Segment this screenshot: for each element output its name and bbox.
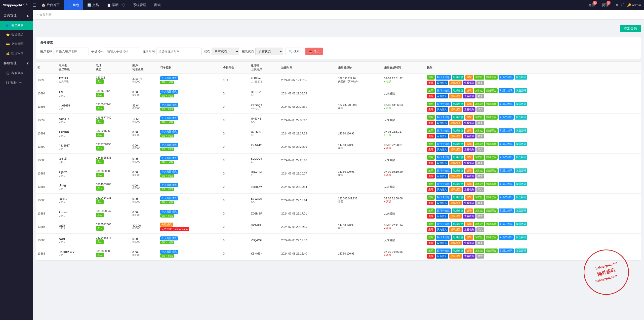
action-编辑[interactable]: 编辑: [465, 128, 473, 133]
nav-item-help[interactable]: 📋 帮助中心: [103, 0, 129, 10]
export-button[interactable]: 📤 导出: [305, 48, 323, 55]
action-发送密码[interactable]: 发送密码: [515, 168, 527, 173]
action-编辑[interactable]: 编辑: [465, 115, 473, 120]
action-发送密码[interactable]: 发送密码: [515, 88, 527, 93]
action-发送密码[interactable]: 发送密码: [515, 155, 527, 160]
action-设为假人[interactable]: 设为假人: [436, 161, 448, 165]
nav-item-shop[interactable]: 商城: [151, 0, 164, 10]
action-发送密码[interactable]: 发送密码: [515, 208, 527, 213]
nav-item-system[interactable]: 系统管理: [130, 0, 150, 10]
action-禁用[interactable]: 禁用: [427, 235, 435, 240]
sidebar-group-service-title[interactable]: 客服管理 ▼: [0, 58, 33, 68]
action-地域信息[interactable]: 地域信息: [452, 142, 464, 146]
action-查看积分[interactable]: 查看积分: [463, 94, 475, 98]
action-禁用[interactable]: 禁用: [427, 142, 435, 146]
action-繁支[interactable]: 繁支: [476, 161, 484, 165]
action-刷新二维码[interactable]: 刷新二维码: [499, 168, 514, 173]
action-加扣款[interactable]: 加扣款: [474, 155, 484, 160]
action-提现设置[interactable]: 提现设置: [449, 147, 462, 152]
action-银行卡信息[interactable]: 银行卡信息: [436, 208, 451, 213]
action-删除[interactable]: 删除: [427, 214, 435, 219]
action-加扣款[interactable]: 加扣款: [474, 248, 484, 253]
action-繁支[interactable]: 繁支: [476, 174, 484, 179]
action-编辑[interactable]: 编辑: [465, 195, 473, 200]
action-发送密码[interactable]: 发送密码: [515, 128, 527, 133]
username-input[interactable]: [54, 48, 89, 55]
action-繁支[interactable]: 繁支: [476, 227, 484, 232]
charge-btn[interactable]: 充值 6: [588, 3, 595, 7]
action-编辑[interactable]: 编辑: [465, 208, 473, 213]
action-提现设置[interactable]: 提现设置: [449, 174, 462, 179]
action-编辑[interactable]: 编辑: [465, 222, 473, 226]
action-设为假人[interactable]: 设为假人: [436, 107, 448, 112]
hamburger-icon[interactable]: ☰: [32, 3, 36, 8]
action-加扣款[interactable]: 加扣款: [474, 75, 484, 80]
sidebar-item-service-code[interactable]: { } 客服代码: [0, 78, 33, 87]
action-编辑[interactable]: 编辑: [465, 248, 473, 253]
action-提现设置[interactable]: 提现设置: [449, 241, 462, 245]
action-银行卡信息[interactable]: 银行卡信息: [436, 142, 451, 146]
action-编辑[interactable]: 编辑: [465, 168, 473, 173]
action-刷新二维码[interactable]: 刷新二维码: [499, 222, 514, 226]
action-删除[interactable]: 删除: [427, 187, 435, 192]
action-地域信息[interactable]: 地域信息: [452, 195, 464, 200]
action-繁支[interactable]: 繁支: [476, 107, 484, 112]
action-银行卡信息[interactable]: 银行卡信息: [436, 182, 451, 186]
sidebar-item-service-list[interactable]: 🎧 客服列表: [0, 68, 33, 78]
action-刷新二维码[interactable]: 刷新二维码: [499, 208, 514, 213]
action-设为假人[interactable]: 设为假人: [436, 121, 448, 125]
action-发送密码[interactable]: 发送密码: [515, 75, 527, 80]
action-刷新二维码[interactable]: 刷新二维码: [499, 195, 514, 200]
action-查看积分[interactable]: 查看积分: [463, 161, 475, 165]
action-提现设置[interactable]: 提现设置: [449, 134, 462, 138]
action-加扣款[interactable]: 加扣款: [474, 102, 484, 106]
action-加扣款[interactable]: 加扣款: [474, 168, 484, 173]
action-刷新二维码[interactable]: 刷新二维码: [499, 235, 514, 240]
action-删除[interactable]: 删除: [427, 147, 435, 152]
action-繁支[interactable]: 繁支: [476, 81, 484, 85]
action-加扣款[interactable]: 加扣款: [474, 222, 484, 226]
action-设为假人[interactable]: 设为假人: [436, 227, 448, 232]
action-赠送彩金[interactable]: 赠送彩金: [485, 235, 498, 240]
action-地域信息[interactable]: 地域信息: [452, 222, 464, 226]
action-提现设置[interactable]: 提现设置: [449, 201, 462, 205]
action-发送密码[interactable]: 发送密码: [515, 182, 527, 186]
action-繁支[interactable]: 繁支: [476, 201, 484, 205]
action-银行卡信息[interactable]: 银行卡信息: [436, 75, 451, 80]
withdraw-btn[interactable]: 提现 2: [602, 3, 609, 7]
action-提现设置[interactable]: 提现设置: [449, 187, 462, 192]
action-加扣款[interactable]: 加扣款: [474, 208, 484, 213]
action-繁支[interactable]: 繁支: [476, 214, 484, 219]
action-赠送彩金[interactable]: 赠送彩金: [485, 75, 498, 80]
action-赠送彩金[interactable]: 赠送彩金: [485, 168, 498, 173]
action-银行卡信息[interactable]: 银行卡信息: [436, 195, 451, 200]
action-编辑[interactable]: 编辑: [465, 75, 473, 80]
refresh-icon[interactable]: ↻: [616, 3, 618, 7]
action-地域信息[interactable]: 地域信息: [452, 182, 464, 186]
action-赠送彩金[interactable]: 赠送彩金: [485, 142, 498, 146]
action-繁支[interactable]: 繁支: [476, 121, 484, 125]
nav-item-role[interactable]: 👤 角色: [64, 0, 83, 10]
action-设为假人[interactable]: 设为假人: [436, 81, 448, 85]
fullscreen-icon[interactable]: ⛶: [621, 3, 624, 7]
action-删除[interactable]: 删除: [427, 107, 435, 112]
action-银行卡信息[interactable]: 银行卡信息: [436, 88, 451, 93]
action-刷新二维码[interactable]: 刷新二维码: [499, 182, 514, 186]
action-查看积分[interactable]: 查看积分: [463, 254, 475, 259]
action-查看积分[interactable]: 查看积分: [463, 241, 475, 245]
action-编辑[interactable]: 编辑: [465, 88, 473, 93]
action-地域信息[interactable]: 地域信息: [452, 155, 464, 160]
action-设为假人[interactable]: 设为假人: [436, 147, 448, 152]
action-发送密码[interactable]: 发送密码: [515, 142, 527, 146]
action-繁支[interactable]: 繁支: [476, 241, 484, 245]
action-赠送彩金[interactable]: 赠送彩金: [485, 88, 498, 93]
action-设为假人[interactable]: 设为假人: [436, 134, 448, 138]
action-删除[interactable]: 删除: [427, 161, 435, 165]
action-禁用[interactable]: 禁用: [427, 248, 435, 253]
action-加扣款[interactable]: 加扣款: [474, 235, 484, 240]
action-繁支[interactable]: 繁支: [476, 134, 484, 138]
action-编辑[interactable]: 编辑: [465, 155, 473, 160]
phone-input[interactable]: [105, 48, 140, 55]
online-select[interactable]: 所有状态: [255, 48, 283, 55]
action-地域信息[interactable]: 地域信息: [452, 168, 464, 173]
